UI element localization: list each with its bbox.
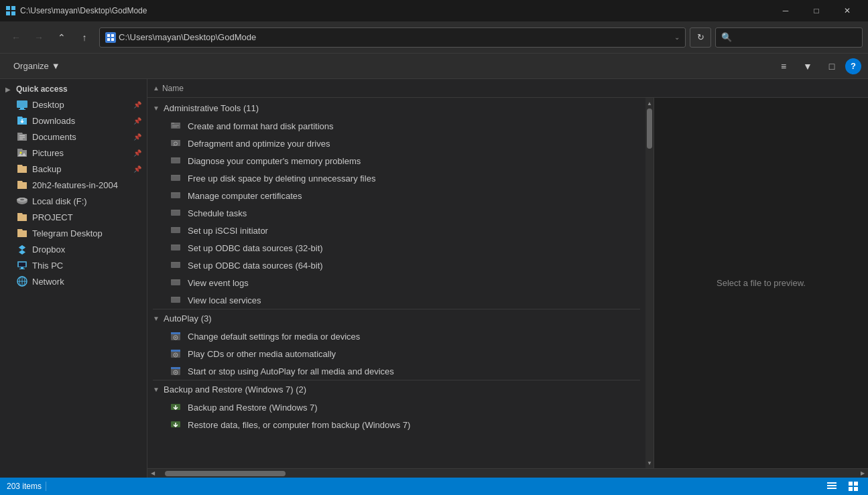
group-autoplay[interactable]: ▼ AutoPlay (3) — [147, 309, 645, 328]
list-item[interactable]: Set up ODBC data sources (64-bit) — [147, 257, 645, 274]
autoplay-group-label: AutoPlay (3) — [164, 313, 212, 324]
forward-button[interactable]: → — [28, 27, 50, 48]
svg-rect-40 — [171, 192, 180, 194]
horizontal-scrollbar[interactable]: ◀ ▶ — [147, 468, 868, 478]
svg-rect-70 — [854, 487, 858, 491]
sort-arrow-icon: ▲ — [153, 84, 160, 92]
organize-button[interactable]: Organize ▼ — [7, 58, 67, 75]
svg-rect-2 — [6, 11, 10, 15]
view-options-button[interactable]: ≡ — [773, 58, 794, 75]
item-count: 203 items — [7, 482, 42, 491]
scroll-right-arrow[interactable]: ▶ — [857, 469, 868, 478]
window-controls: ─ □ ✕ — [770, 0, 863, 21]
refresh-button[interactable]: ↻ — [690, 27, 711, 48]
maximize-button[interactable]: □ — [801, 0, 832, 21]
address-chevron-icon[interactable]: ⌄ — [674, 33, 680, 41]
scroll-thumb[interactable] — [647, 109, 652, 149]
file-list: ▼ Administrative Tools (11) — [147, 98, 645, 468]
svg-rect-48 — [171, 262, 180, 263]
help-button[interactable]: ? — [845, 58, 861, 74]
address-icon — [105, 32, 116, 43]
sidebar-item-desktop[interactable]: Desktop 📌 — [0, 96, 147, 113]
h-scroll-track[interactable] — [158, 469, 857, 478]
backup-pin-icon: 📌 — [133, 165, 141, 173]
search-bar[interactable]: 🔍 — [715, 27, 863, 48]
sidebar-pictures-label: Pictures — [32, 148, 129, 158]
content-area: ▼ Administrative Tools (11) — [147, 98, 868, 468]
sidebar-thispc-label: This PC — [32, 261, 141, 271]
sidebar-network-label: Network — [32, 277, 141, 287]
window-title: C:\Users\mayan\Desktop\GodMode — [20, 6, 147, 15]
sidebar-item-dropbox[interactable]: Dropbox — [0, 241, 147, 257]
svg-rect-11 — [19, 135, 25, 136]
list-item[interactable]: Create and format hard disk partitions — [147, 117, 645, 135]
sidebar-item-network[interactable]: Network — [0, 273, 147, 289]
sidebar-project-label: PROJECT — [32, 212, 141, 222]
tool-icon — [169, 189, 182, 202]
preview-text: Select a file to preview. — [717, 278, 806, 288]
list-item[interactable]: Set up ODBC data sources (32-bit) — [147, 239, 645, 257]
scroll-track[interactable] — [645, 109, 654, 457]
item-name: Manage computer certificates — [188, 191, 302, 201]
scroll-left-arrow[interactable]: ◀ — [147, 469, 158, 478]
list-item[interactable]: Change default settings for media or dev… — [147, 328, 645, 345]
address-text: C:\Users\mayan\Desktop\GodMode — [119, 32, 672, 42]
svg-rect-5 — [111, 34, 114, 37]
quick-access-section[interactable]: ▶ Quick access — [0, 82, 147, 96]
close-button[interactable]: ✕ — [832, 0, 863, 21]
list-item[interactable]: Defragment and optimize your drives — [147, 135, 645, 152]
sidebar-item-telegram[interactable]: Telegram Desktop — [0, 225, 147, 241]
sidebar-item-downloads[interactable]: Downloads 📌 — [0, 113, 147, 129]
name-column-header[interactable]: Name — [162, 84, 863, 93]
up-button[interactable]: ↑ — [74, 27, 95, 48]
main-content: ▶ Quick access Desktop 📌 — [0, 79, 868, 478]
back-button[interactable]: ← — [5, 27, 27, 48]
sidebar-item-pictures[interactable]: Pictures 📌 — [0, 145, 147, 161]
sidebar-item-documents[interactable]: Documents 📌 — [0, 129, 147, 145]
list-item[interactable]: View local services — [147, 291, 645, 309]
h-scroll-thumb[interactable] — [165, 471, 286, 476]
group-backup-restore[interactable]: ▼ Backup and Restore (Windows 7) (2) — [147, 380, 645, 399]
view-chevron-button[interactable]: ▼ — [797, 58, 818, 75]
svg-point-29 — [173, 123, 174, 123]
svg-rect-42 — [171, 210, 180, 211]
up-options-button[interactable]: ⌃ — [51, 27, 72, 48]
sidebar-item-20h2[interactable]: 20h2-features-in-2004 — [0, 177, 147, 193]
backup-chevron-icon: ▼ — [153, 386, 161, 393]
sidebar-item-thispc[interactable]: This PC — [0, 257, 147, 273]
documents-pin-icon: 📌 — [133, 133, 141, 141]
details-view-button[interactable] — [824, 480, 840, 493]
tiles-view-button[interactable] — [845, 480, 861, 493]
sidebar-20h2-label: 20h2-features-in-2004 — [32, 180, 141, 190]
title-bar: C:\Users\mayan\Desktop\GodMode ─ □ ✕ — [0, 0, 868, 21]
minimize-button[interactable]: ─ — [770, 0, 801, 21]
item-name: Schedule tasks — [188, 208, 247, 218]
list-item[interactable]: Backup and Restore (Windows 7) — [147, 399, 645, 416]
pictures-pin-icon: 📌 — [133, 149, 141, 157]
sidebar-item-backup[interactable]: Backup 📌 — [0, 161, 147, 177]
group-administrative-tools[interactable]: ▼ Administrative Tools (11) — [147, 99, 645, 117]
svg-rect-13 — [19, 139, 23, 139]
svg-rect-50 — [171, 279, 180, 281]
list-item[interactable]: Diagnose your computer's memory problems — [147, 152, 645, 169]
localdisk-icon — [16, 195, 28, 207]
item-name: Create and format hard disk partitions — [188, 121, 334, 131]
list-item[interactable]: Free up disk space by deleting unnecessa… — [147, 169, 645, 187]
list-item[interactable]: Restore data, files, or computer from ba… — [147, 416, 645, 433]
list-item[interactable]: View event logs — [147, 274, 645, 291]
sidebar-item-project[interactable]: PROJECT — [0, 209, 147, 225]
list-item[interactable]: Schedule tasks — [147, 204, 645, 222]
list-item[interactable]: Set up iSCSI initiator — [147, 222, 645, 239]
content-wrapper: ▲ Name ▼ Administrative Tools (11) — [147, 79, 868, 478]
scroll-down-arrow[interactable]: ▼ — [645, 457, 654, 468]
layout-button[interactable]: □ — [821, 58, 843, 75]
downloads-pin-icon: 📌 — [133, 117, 141, 125]
vertical-scrollbar[interactable]: ▲ ▼ — [645, 98, 654, 468]
list-item[interactable]: Play CDs or other media automatically — [147, 345, 645, 362]
list-item[interactable]: Manage computer certificates — [147, 187, 645, 204]
sidebar-item-localdisk[interactable]: Local disk (F:) — [0, 193, 147, 209]
address-bar[interactable]: C:\Users\mayan\Desktop\GodMode ⌄ — [99, 27, 686, 48]
scroll-up-arrow[interactable]: ▲ — [645, 98, 654, 109]
svg-rect-19 — [21, 267, 23, 269]
list-item[interactable]: Start or stop using AutoPlay for all med… — [147, 362, 645, 380]
